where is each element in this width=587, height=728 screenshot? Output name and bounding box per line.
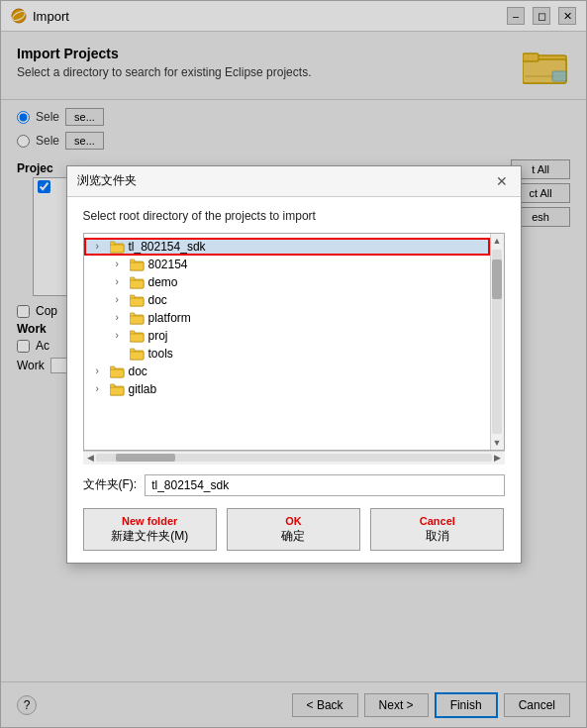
scroll-down-button[interactable]: ▼	[493, 436, 502, 450]
folder-path-input[interactable]	[145, 474, 504, 496]
tree-item[interactable]: › demo	[84, 273, 490, 291]
tree-item[interactable]: › 802154	[84, 256, 490, 273]
horizontal-scrollbar[interactable]: ◀ ▶	[83, 451, 505, 465]
tree-item[interactable]: › platform	[84, 309, 490, 327]
svg-rect-18	[130, 298, 144, 306]
tree-item-label: platform	[148, 311, 191, 325]
tree-scroll-area: › tl_802154_sdk› 802154› demo› doc› plat…	[84, 234, 490, 402]
tree-expand-arrow[interactable]: ›	[116, 312, 130, 323]
folder-input-label: 文件夹(F):	[83, 476, 138, 493]
new-folder-button[interactable]: New folder 新建文件夹(M)	[83, 508, 217, 551]
tree-item-label: tl_802154_sdk	[129, 240, 206, 254]
cancel-label: Cancel	[420, 515, 455, 527]
vscroll-thumb[interactable]	[492, 260, 502, 299]
tree-item[interactable]: › tl_802154_sdk	[84, 238, 490, 256]
svg-rect-24	[130, 334, 144, 342]
tree-item-label: gitlab	[129, 382, 157, 396]
tree-container[interactable]: › tl_802154_sdk› 802154› demo› doc› plat…	[83, 233, 505, 451]
dialog-title-bar: 浏览文件夹 ✕	[67, 166, 521, 197]
tree-item-label: tools	[148, 347, 173, 361]
scroll-up-button[interactable]: ▲	[493, 234, 502, 248]
tree-expand-arrow[interactable]: ›	[116, 276, 130, 287]
svg-rect-21	[130, 316, 144, 324]
main-window: Import – ◻ ✕ Import Projects Select a di…	[0, 0, 587, 728]
vertical-scrollbar[interactable]: ▲ ▼	[490, 234, 504, 450]
new-folder-sublabel: 新建文件夹(M)	[94, 528, 206, 545]
tree-expand-arrow[interactable]: ›	[96, 241, 110, 252]
scroll-right-button[interactable]: ▶	[492, 453, 503, 463]
svg-rect-15	[130, 280, 144, 288]
dialog-close-button[interactable]: ✕	[493, 172, 511, 190]
ok-sublabel: 确定	[238, 528, 349, 545]
svg-rect-9	[110, 245, 124, 253]
tree-expand-arrow[interactable]: ›	[116, 294, 130, 305]
scroll-left-button[interactable]: ◀	[85, 453, 96, 463]
folder-input-row: 文件夹(F):	[83, 474, 505, 496]
dialog-title: 浏览文件夹	[77, 172, 137, 189]
svg-rect-33	[110, 387, 124, 395]
svg-rect-12	[130, 262, 144, 270]
dialog-overlay: 浏览文件夹 ✕ Select root directory of the pro…	[1, 1, 586, 727]
ok-label: OK	[285, 515, 302, 527]
vscroll-track	[492, 250, 502, 434]
tree-item[interactable]: › gitlab	[84, 380, 490, 398]
tree-item[interactable]: › proj	[84, 327, 490, 345]
tree-item-label: demo	[148, 275, 178, 289]
cancel-sublabel: 取消	[381, 528, 493, 545]
tree-expand-arrow[interactable]: ›	[96, 383, 110, 394]
tree-wrapper: › tl_802154_sdk› 802154› demo› doc› plat…	[83, 233, 505, 465]
tree-item-label: proj	[148, 329, 168, 343]
dialog-buttons-row: New folder 新建文件夹(M) OK 确定 Cancel 取消	[83, 508, 505, 551]
tree-expand-arrow[interactable]: ›	[116, 330, 130, 341]
new-folder-label: New folder	[122, 515, 177, 527]
hscroll-thumb[interactable]	[116, 454, 175, 462]
tree-item-label: doc	[148, 293, 167, 307]
tree-item[interactable]: › doc	[84, 291, 490, 309]
tree-item[interactable]: tools	[84, 345, 490, 363]
dialog-body: Select root directory of the projects to…	[67, 197, 521, 563]
cancel-dialog-button[interactable]: Cancel 取消	[370, 508, 504, 551]
tree-expand-arrow[interactable]: ›	[96, 365, 110, 376]
dialog-subtitle: Select root directory of the projects to…	[83, 209, 505, 223]
ok-button[interactable]: OK 确定	[227, 508, 360, 551]
tree-item-label: doc	[129, 364, 147, 378]
browse-folder-dialog: 浏览文件夹 ✕ Select root directory of the pro…	[66, 165, 522, 564]
tree-item-label: 802154	[148, 258, 188, 271]
svg-rect-27	[130, 352, 144, 360]
hscroll-track	[96, 454, 492, 462]
tree-expand-arrow[interactable]: ›	[116, 259, 130, 269]
tree-item[interactable]: › doc	[84, 363, 490, 380]
svg-rect-30	[110, 369, 124, 377]
